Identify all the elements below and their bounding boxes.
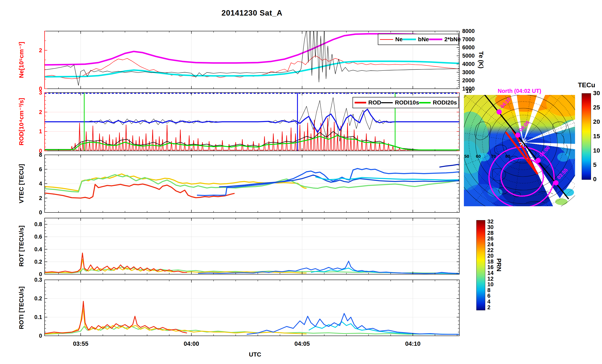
y-tick-label: 0.2 <box>34 295 42 302</box>
legend-item: bNe <box>403 36 429 43</box>
track-dot-0400 <box>536 158 541 163</box>
rodi20-line-swatch <box>419 102 431 103</box>
legend-label: 2*bNe <box>444 36 461 43</box>
y-tick-label: 2 <box>39 47 42 54</box>
ne-line-swatch <box>380 39 393 40</box>
colorbar-tick-label: 30 <box>487 224 494 230</box>
y-tick-label: 1 <box>39 128 42 135</box>
te-tick-label: 7000 <box>462 36 475 43</box>
bne-line-swatch <box>403 39 416 40</box>
track-dot-0405 <box>515 133 520 138</box>
y-tick-label: 0 <box>39 333 42 339</box>
panel-rot: 00.20.40.60.8 <box>34 218 459 277</box>
legend-label: RODI10s <box>395 99 419 106</box>
panel-border <box>44 280 459 336</box>
colorbar-tick-label: 10 <box>593 148 600 153</box>
te-tick-label: 8000 <box>462 28 475 34</box>
polar-tec-map: 04:10 04:05 04:00 03:55 50 60 70 80 <box>464 95 575 206</box>
legend-item: ROD <box>355 99 381 106</box>
map-patch <box>555 198 568 205</box>
y-tick-label: 0 <box>39 271 42 277</box>
y-tick-label: 0.8 <box>34 221 42 227</box>
colorbar-tick-label: 4 <box>487 299 490 304</box>
y-tick-label: 2 <box>39 109 42 115</box>
colorbar-tick-label: 14 <box>487 270 494 276</box>
y-tick-label: 3 <box>39 90 42 96</box>
map-patch <box>557 153 570 162</box>
te-tick-label: 3000 <box>462 69 475 75</box>
page-title: 20141230 Sat_A <box>44 9 459 17</box>
legend-item: 2*bNe <box>429 36 461 43</box>
colorbar-tick-label: 16 <box>487 264 494 270</box>
colorbar-tick-label: 32 <box>487 219 494 225</box>
ticks <box>44 218 459 274</box>
legend-label: RODI20s <box>433 99 457 106</box>
ylabel-ne: Ne[10⁵cm⁻³] <box>17 26 25 94</box>
y-tick-label: 2 <box>39 195 42 201</box>
lat-label: 80 <box>505 154 510 159</box>
figure-page: 0210002000300040005000600070008000012302… <box>0 0 602 364</box>
tecu-colorbar <box>582 93 591 180</box>
te-extra-label: 10 <box>466 88 472 94</box>
panel-vtec: 02468 <box>39 152 459 215</box>
lat-label: 60 <box>476 154 481 159</box>
te-tick-label: 4000 <box>462 61 475 67</box>
colorbar-tick-label: 15 <box>593 133 600 139</box>
legend-item: Ne <box>380 36 403 43</box>
series-prn-cyan <box>315 177 459 180</box>
ylabel-vtec: VTEC [TECU] <box>17 153 25 215</box>
prn-colorbar <box>476 220 485 310</box>
y-tick-label: 0.3 <box>34 277 42 283</box>
legend-rod: ROD RODI10s RODI20s <box>353 97 459 108</box>
series-prn-green <box>44 175 459 192</box>
series-prn-cyan <box>309 322 459 334</box>
lat-label: 50 <box>464 154 469 159</box>
lat-label: 70 <box>491 154 496 159</box>
colorbar-tick-label: 20 <box>593 119 600 125</box>
x-tick-label: 03:55 <box>73 340 88 347</box>
x-tick-label: 04:10 <box>405 340 420 347</box>
rod-line-swatch <box>355 102 366 103</box>
y-tick-label: 0.4 <box>34 246 42 252</box>
map-title: North (04:02 UT) <box>488 88 551 94</box>
series-prn-darkblue <box>440 164 459 167</box>
legend-item: RODI10s <box>381 99 419 106</box>
series-prn-red <box>44 301 187 334</box>
colorbar-tick-label: 6 <box>487 293 490 299</box>
colorbar-tick-label: 2 <box>487 304 490 310</box>
legend-label: ROD <box>368 99 381 106</box>
colorbar-tick-label: 20 <box>487 253 494 259</box>
rodi10-line-swatch <box>381 102 393 103</box>
colorbar-tick-label: 8 <box>487 287 490 293</box>
y-tick-label: 6 <box>39 166 42 172</box>
y-tick-label: 0.2 <box>34 259 42 265</box>
colorbar-tick-label: 12 <box>487 276 494 282</box>
series-blue-mid <box>44 109 459 132</box>
colorbar-tick-label: 30 <box>593 90 600 96</box>
legend-item: RODI20s <box>419 99 457 106</box>
colorbar-tick-label: 26 <box>487 236 494 242</box>
te-tick-label: 5000 <box>462 53 475 59</box>
y-tick-label: 4 <box>39 181 42 187</box>
ticks <box>44 280 459 336</box>
ylabel-rot: ROT [TECU/s] <box>17 215 25 277</box>
y-tick-label: 0 <box>39 209 42 215</box>
bbne-line-swatch <box>429 39 442 40</box>
legend-ne: Ne bNe 2*bNe <box>378 34 459 45</box>
colorbar-tick-label: 22 <box>487 247 494 253</box>
series-bNe <box>44 61 459 77</box>
y-tick-label: 0.1 <box>34 314 42 320</box>
ylabel-roti: ROTI [TECU/s] <box>17 277 25 339</box>
ylabel-rod: ROD[10⁴cm⁻³/s] <box>17 86 25 157</box>
track-dot-0410 <box>497 109 502 115</box>
series-prn-blue <box>247 313 459 334</box>
x-tick-label: 04:00 <box>184 340 199 347</box>
y-tick-label: 0.6 <box>34 234 42 240</box>
polar-map-svg: 04:10 04:05 04:00 03:55 50 60 70 80 <box>464 95 575 206</box>
panel-roti: 00.10.20.303:5504:0004:0504:10 <box>34 277 459 347</box>
te-tick-label: 2000 <box>462 77 475 84</box>
track-dot-0355 <box>553 180 559 185</box>
te-tick-label: 6000 <box>462 44 475 51</box>
x-tick-label: 04:05 <box>294 340 310 347</box>
legend-label: bNe <box>418 36 429 43</box>
